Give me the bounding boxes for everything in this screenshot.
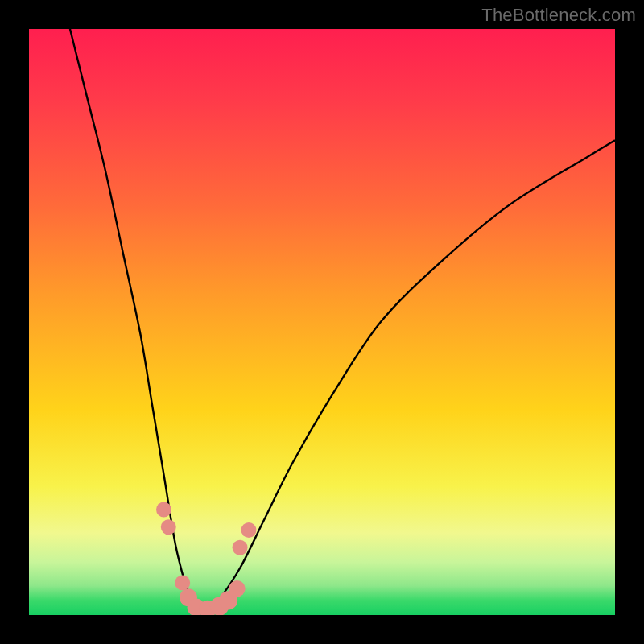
marker-right-lower-1 <box>229 580 245 597</box>
marker-left-upper-2 <box>161 519 176 535</box>
marker-right-upper-1 <box>233 540 248 555</box>
marker-left-lower-1 <box>175 575 190 590</box>
chart-svg <box>29 29 615 615</box>
outer-frame: TheBottleneck.com <box>0 0 644 644</box>
watermark-text: TheBottleneck.com <box>481 5 636 26</box>
marker-right-upper-2 <box>242 522 257 538</box>
bottleneck-curve <box>70 29 615 615</box>
plot-area <box>29 29 615 615</box>
marker-left-upper-1 <box>156 502 171 517</box>
